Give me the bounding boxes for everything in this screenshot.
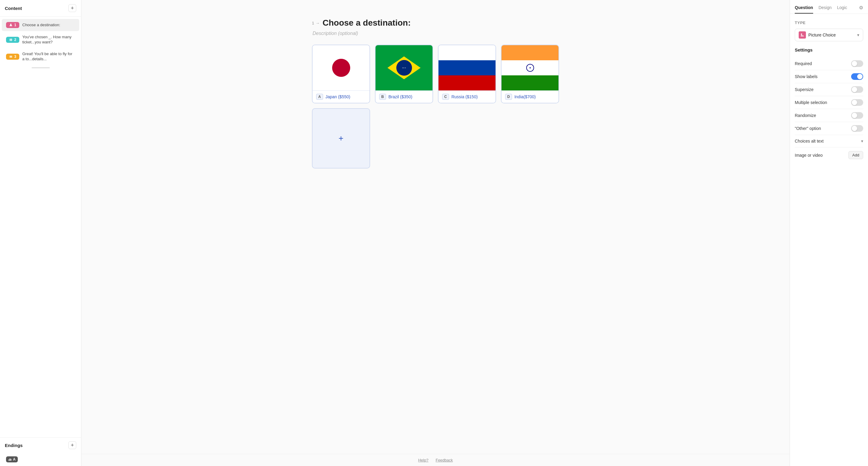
image-video-add-button[interactable]: Add [848, 151, 863, 159]
endings-title: Endings [5, 443, 23, 448]
india-green [501, 75, 558, 90]
choice-label-a: A Japan ($550) [313, 90, 370, 103]
russia-white [438, 45, 495, 60]
setting-randomize: Randomize [795, 109, 863, 122]
sidebar-item-1[interactable]: 1 Choose a destination: [2, 19, 79, 31]
india-chakra [526, 64, 534, 72]
multiple-selection-toggle[interactable] [851, 99, 863, 106]
other-option-toggle-knob [852, 126, 857, 131]
choice-letter-a: A [316, 94, 323, 100]
choice-name-b: Brazil ($350) [389, 94, 412, 99]
type-selector[interactable]: Picture Choice ▾ [795, 29, 863, 41]
type-chevron-icon: ▾ [857, 33, 859, 37]
multiple-selection-toggle-knob [852, 100, 857, 105]
sidebar-item-3[interactable]: 3 Great! You'll be able to fly for a to.… [2, 49, 79, 65]
brazil-stars: ✦✦✦ [402, 67, 406, 69]
tab-question[interactable]: Question [795, 5, 813, 13]
choice-card-c[interactable]: C Russia ($150) [438, 44, 496, 103]
russia-red [438, 75, 495, 90]
sidebar-title: Content [5, 6, 22, 11]
type-selector-left: Picture Choice [799, 31, 836, 39]
question-title: Choose a destination: [322, 18, 410, 28]
ending-badge-a: A [6, 456, 18, 462]
right-panel-tabs: Question Design Logic ⚙ [790, 0, 868, 14]
choice-image-c [438, 45, 495, 90]
ending-item-a[interactable]: A [2, 453, 79, 465]
required-toggle[interactable] [851, 60, 863, 67]
brazil-flag: ✦✦✦ [375, 45, 433, 90]
ending-badge-label: A [13, 457, 16, 462]
question-area: 1 → Choose a destination: Description (o… [312, 18, 559, 168]
choice-image-d [501, 45, 558, 90]
question-title-row: 1 → Choose a destination: [312, 18, 559, 28]
india-chakra-dot [530, 67, 531, 68]
endings-add-button[interactable]: + [68, 441, 76, 449]
setting-randomize-label: Randomize [795, 113, 816, 118]
choices-alt-text-label: Choices alt text [795, 139, 824, 144]
randomize-toggle[interactable] [851, 112, 863, 119]
type-label: Picture Choice [808, 33, 836, 37]
sidebar-item-2[interactable]: 2 You've chosen _. How many ticket...you… [2, 32, 79, 48]
sidebar-endings: Endings + A [0, 437, 81, 466]
feedback-link[interactable]: Feedback [435, 458, 453, 462]
choice-label-b: B Brazil ($350) [375, 90, 433, 103]
sidebar-add-button[interactable]: + [68, 4, 76, 12]
choice-label-c: C Russia ($150) [438, 90, 495, 103]
chart-icon [8, 458, 12, 461]
right-panel: Question Design Logic ⚙ Type Picture Cho… [789, 0, 868, 466]
choice-card-d[interactable]: D India($700) [501, 44, 559, 103]
tab-design[interactable]: Design [818, 5, 832, 13]
tab-links: Question Design Logic [795, 5, 847, 13]
sidebar-item-3-number: 3 [14, 55, 16, 59]
tab-logic[interactable]: Logic [837, 5, 847, 13]
india-white [501, 60, 558, 75]
svg-point-0 [10, 24, 12, 25]
setting-show-labels-label: Show labels [795, 74, 818, 79]
help-link[interactable]: Help? [418, 458, 428, 462]
randomize-toggle-knob [852, 113, 857, 118]
choice-label-d: D India($700) [501, 90, 558, 103]
type-section-title: Type [795, 21, 863, 25]
choice-name-c: Russia ($150) [452, 94, 478, 99]
setting-other-option-label: "Other" option [795, 126, 821, 131]
bars-icon [9, 55, 13, 59]
svg-rect-8 [9, 459, 9, 461]
image-video-row: Image or video Add [795, 147, 863, 163]
add-choice-card[interactable]: + [312, 108, 370, 168]
gear-icon[interactable]: ⚙ [859, 5, 863, 13]
supersize-toggle-knob [852, 87, 857, 92]
question-description: Description (optional) [313, 31, 559, 36]
settings-title: Settings [795, 47, 863, 53]
choices-grid: A Japan ($550) ✦✦✦ [312, 44, 559, 168]
brazil-diamond: ✦✦✦ [388, 56, 421, 79]
japan-circle [332, 59, 350, 77]
choice-card-a[interactable]: A Japan ($550) [312, 44, 370, 103]
russia-flag [438, 45, 495, 90]
svg-rect-9 [10, 459, 10, 461]
japan-flag [313, 45, 370, 90]
sidebar-divider [5, 67, 76, 68]
svg-point-11 [801, 33, 802, 35]
divider-line [32, 67, 50, 68]
show-labels-toggle[interactable] [851, 73, 863, 80]
sidebar-item-1-text: Choose a destination: [22, 23, 60, 28]
choice-letter-c: C [442, 94, 449, 100]
choice-name-a: Japan ($550) [326, 94, 350, 99]
choices-alt-text-row[interactable]: Choices alt text ▾ [795, 135, 863, 147]
supersize-toggle[interactable] [851, 86, 863, 93]
choice-card-b[interactable]: ✦✦✦ B Brazil ($350) [375, 44, 433, 103]
sidebar-item-1-number: 1 [14, 23, 16, 27]
person-icon [9, 23, 13, 27]
choices-alt-text-chevron-icon: ▾ [861, 139, 863, 144]
choice-image-b: ✦✦✦ [375, 45, 433, 90]
main-content: 1 → Choose a destination: Description (o… [82, 0, 789, 454]
hash-icon [9, 38, 13, 41]
setting-multiple-selection: Multiple selection [795, 96, 863, 109]
required-toggle-knob [852, 61, 857, 66]
show-labels-toggle-knob [857, 74, 863, 79]
main-area: 1 → Choose a destination: Description (o… [82, 0, 789, 466]
svg-rect-6 [10, 56, 12, 57]
sidebar-item-2-number: 2 [14, 38, 16, 42]
other-option-toggle[interactable] [851, 125, 863, 132]
endings-header: Endings + [0, 438, 81, 453]
